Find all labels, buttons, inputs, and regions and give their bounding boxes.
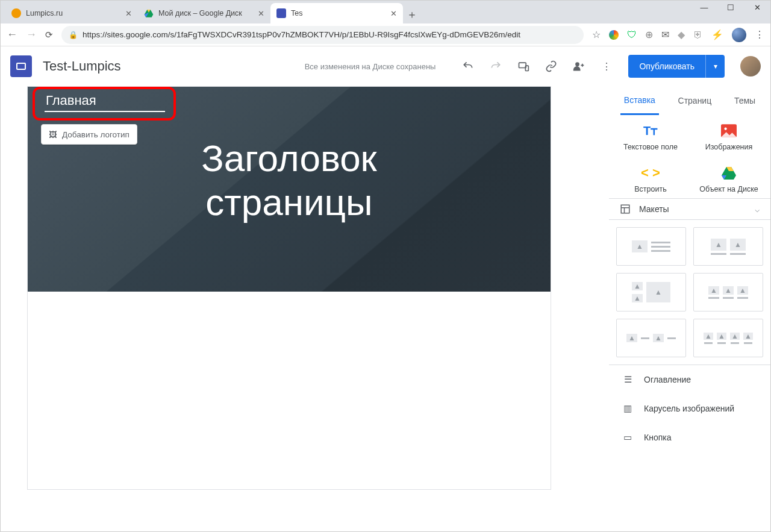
layouts-label: Макеты [639, 204, 669, 214]
bookmark-star-icon[interactable]: ☆ [592, 29, 601, 40]
close-icon[interactable]: ✕ [258, 9, 264, 18]
site-name[interactable]: Test-Lumpics [43, 58, 121, 74]
layout-card[interactable]: ▲ ▲ [616, 319, 686, 357]
browser-profile-avatar[interactable] [732, 28, 746, 42]
hero-section[interactable]: 🖼 Добавить логотип Заголовок страницы [28, 87, 551, 292]
layout-card[interactable]: ▲ ▲ ▲ ▲ [693, 319, 763, 357]
svg-rect-11 [621, 205, 629, 213]
extension-icon[interactable] [609, 30, 619, 40]
favicon-icon [144, 8, 154, 18]
insert-images[interactable]: Изображения [690, 124, 768, 151]
save-status-text: Все изменения на Диске сохранены [305, 62, 436, 71]
app-header: Test-Lumpics Все изменения на Диске сохр… [1, 46, 770, 86]
window-minimize-button[interactable]: — [691, 0, 717, 16]
extension-icon[interactable]: ⊕ [645, 29, 653, 40]
address-input[interactable]: 🔒 https://sites.google.com/s/1faFgTWSXDC… [61, 26, 584, 44]
link-button[interactable] [545, 60, 557, 72]
reload-button[interactable]: ⟳ [45, 30, 53, 40]
placeholder-img-icon: ▲ [646, 282, 670, 302]
browser-tab-lumpics[interactable]: Lumpics.ru ✕ [5, 3, 138, 23]
google-sites-app: Test-Lumpics Все изменения на Диске сохр… [1, 46, 770, 531]
insert-textbox[interactable]: Тᴛ Текстовое поле [611, 124, 690, 151]
extension-icon[interactable]: ⚡ [711, 29, 723, 40]
publish-dropdown-button[interactable]: ▾ [705, 55, 725, 78]
insert-row-label: Кнопка [644, 433, 671, 442]
layouts-header[interactable]: Макеты ⌵ [609, 198, 770, 220]
insert-embed[interactable]: < > Встроить [611, 166, 690, 193]
close-icon[interactable]: ✕ [390, 9, 397, 18]
preview-button[interactable] [517, 60, 529, 72]
tab-themes[interactable]: Темы [731, 86, 759, 115]
insert-label: Встроить [634, 185, 666, 193]
redo-button[interactable] [490, 60, 502, 72]
extension-icon[interactable]: ✉ [661, 29, 669, 40]
window-maximize-button[interactable]: ☐ [717, 0, 744, 16]
undo-button[interactable] [462, 60, 474, 72]
browser-tab-drive[interactable]: Мой диск – Google Диск ✕ [138, 3, 270, 23]
layout-card[interactable]: ▲ [616, 227, 686, 266]
hero-title-line2: страницы [28, 180, 551, 224]
placeholder-img-icon: ▲ [723, 286, 734, 295]
carousel-icon: ▥ [622, 403, 633, 414]
tab-title: Lumpics.ru [26, 9, 63, 17]
placeholder-img-icon: ▲ [737, 286, 748, 295]
svg-rect-3 [519, 63, 526, 67]
insert-row-label: Оглавление [644, 375, 691, 384]
tab-insert[interactable]: Вставка [620, 86, 659, 115]
favicon-icon [276, 8, 286, 18]
layouts-collapse-icon[interactable]: ⌵ [755, 204, 760, 214]
layout-card[interactable]: ▲ ▲ ▲ [693, 273, 763, 311]
insert-more-list: ☰ Оглавление ▥ Карусель изображений ▭ Кн… [609, 365, 770, 452]
placeholder-img-icon: ▲ [632, 294, 643, 302]
page-canvas[interactable]: 🖼 Добавить логотип Заголовок страницы [27, 86, 551, 490]
hero-title[interactable]: Заголовок страницы [28, 136, 551, 224]
insert-carousel[interactable]: ▥ Карусель изображений [609, 394, 770, 423]
new-tab-button[interactable]: ＋ [403, 5, 421, 23]
insert-toc[interactable]: ☰ Оглавление [609, 365, 770, 394]
textbox-icon: Тᴛ [641, 124, 660, 138]
url-text: https://sites.google.com/s/1faFgTWSXDCvR… [83, 30, 520, 39]
placeholder-img-icon: ▲ [708, 286, 719, 295]
close-icon[interactable]: ✕ [125, 9, 132, 18]
layout-templates: ▲ ▲ ▲ ▲▲ ▲ ▲ ▲ ▲ [609, 220, 770, 365]
tab-pages[interactable]: Страниц [675, 86, 716, 115]
svg-point-5 [576, 62, 580, 66]
embed-icon: < > [641, 166, 660, 180]
extension-icon[interactable]: ⛨ [693, 30, 703, 40]
page-name-input[interactable] [45, 90, 165, 112]
tab-title: Мой диск – Google Диск [158, 9, 242, 17]
page-name-field[interactable] [39, 87, 170, 116]
nav-back-button[interactable]: ← [7, 28, 17, 41]
button-icon: ▭ [622, 432, 633, 443]
insert-drive[interactable]: Объект на Диске [690, 166, 768, 193]
browser-menu-button[interactable]: ⋮ [755, 29, 764, 40]
sites-logo-icon[interactable] [10, 55, 32, 77]
layouts-icon [620, 204, 631, 214]
insert-type-grid: Тᴛ Текстовое поле Изображения < > Встрои… [609, 115, 770, 198]
nav-forward-button[interactable]: → [26, 28, 37, 41]
svg-rect-4 [526, 66, 529, 70]
lock-icon: 🔒 [69, 31, 78, 39]
tab-title: Tes [291, 9, 302, 17]
layout-card[interactable]: ▲ ▲ [693, 227, 763, 266]
extension-icon[interactable]: ◆ [678, 29, 685, 40]
editor-canvas-wrap: 🖼 Добавить логотип Заголовок страницы [1, 86, 609, 531]
drive-icon [720, 166, 738, 180]
toc-icon: ☰ [622, 374, 633, 385]
browser-tabstrip: Lumpics.ru ✕ Мой диск – Google Диск ✕ Te… [1, 1, 770, 23]
account-avatar[interactable] [740, 56, 761, 77]
publish-button[interactable]: Опубликовать [628, 55, 705, 78]
browser-tab-sites[interactable]: Tes ✕ [270, 3, 403, 23]
more-button[interactable]: ⋮ [601, 60, 613, 72]
placeholder-img-icon: ▲ [626, 334, 637, 342]
placeholder-img-icon: ▲ [704, 333, 713, 340]
insert-button[interactable]: ▭ Кнопка [609, 423, 770, 452]
browser-addressbar: ← → ⟳ 🔒 https://sites.google.com/s/1faFg… [1, 23, 770, 46]
window-close-button[interactable]: ✕ [744, 0, 770, 16]
extension-icon[interactable]: 🛡 [627, 30, 637, 40]
share-button[interactable] [573, 60, 585, 72]
insert-label: Текстовое поле [623, 143, 678, 151]
layout-card[interactable]: ▲▲ ▲ [616, 273, 686, 311]
extension-icons: 🛡 ⊕ ✉ ◆ ⛨ ⚡ ⋮ [609, 28, 764, 42]
placeholder-img-icon: ▲ [653, 334, 664, 342]
